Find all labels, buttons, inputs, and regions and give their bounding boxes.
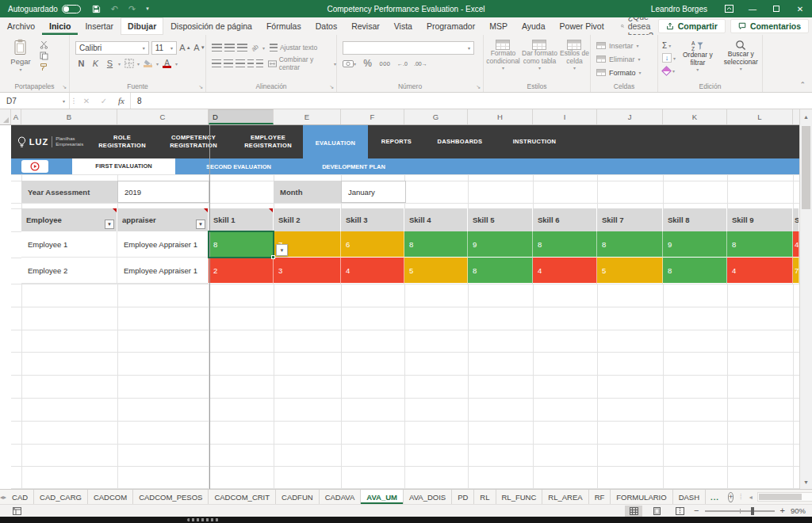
cancel-entry-icon[interactable]: ✕ xyxy=(78,93,95,109)
zoom-level[interactable]: 90% xyxy=(791,506,806,515)
scroll-down-icon[interactable]: ▼ xyxy=(800,475,812,489)
cell-skill-1-row-2[interactable]: 2 xyxy=(209,258,274,284)
column-header-i[interactable]: I xyxy=(533,109,597,124)
sheet-tab-cad[interactable]: CAD xyxy=(6,490,34,504)
tab-split-handle[interactable]: ⁞ xyxy=(737,493,744,501)
scroll-up-icon[interactable]: ▲ xyxy=(800,109,812,124)
formula-input[interactable]: 8 xyxy=(130,93,812,109)
menu-tab-power-pivot[interactable]: Power Pivot xyxy=(553,17,611,35)
cell-skill-4-row-1[interactable]: 8 xyxy=(404,231,468,258)
format-cells-button[interactable]: Formato ▾ xyxy=(596,67,657,78)
column-header-a[interactable]: A xyxy=(11,109,21,124)
decrease-decimal-button[interactable]: .00→ xyxy=(414,57,427,70)
italic-button[interactable]: K xyxy=(90,57,102,70)
sheet-tab-ava-dois[interactable]: AVA_DOIS xyxy=(404,490,452,504)
filter-dropdown-icon[interactable]: ▼ xyxy=(196,220,205,229)
menu-tab-vista[interactable]: Vista xyxy=(387,17,419,35)
hscroll-left-icon[interactable]: ◂ xyxy=(745,494,756,501)
cell-skill-2-row-2[interactable]: 3 xyxy=(274,258,341,284)
data-validation-dropdown-icon[interactable]: ▼ xyxy=(276,244,288,256)
menu-tab-ayuda[interactable]: Ayuda xyxy=(515,17,553,35)
cell-skill-9-row-1[interactable]: 8 xyxy=(727,231,793,258)
menu-tab-msp[interactable]: MSP xyxy=(482,17,515,35)
workbook-tab-instruction[interactable]: INSTRUCTION xyxy=(495,125,574,158)
user-name[interactable]: Leandro Borges xyxy=(651,5,707,13)
page-layout-view-button[interactable] xyxy=(648,506,665,517)
align-right-icon[interactable] xyxy=(236,59,245,67)
sheet-tab-rf[interactable]: RF xyxy=(589,490,611,504)
orientation-icon[interactable]: ab xyxy=(250,43,260,53)
wrap-text-button[interactable]: Ajustar texto xyxy=(270,44,317,52)
column-header-c[interactable]: C xyxy=(117,109,209,124)
cell-appraiser-2[interactable]: Employee Appraiser 1 xyxy=(117,258,209,284)
table-header-skill-9[interactable]: Skill 9 xyxy=(727,208,793,231)
alignment-dialog-launcher-icon[interactable]: ↘ xyxy=(329,84,334,90)
fill-button[interactable]: ↓▾ xyxy=(662,52,676,63)
sheet-tab-cadcom[interactable]: CADCOM xyxy=(88,490,133,504)
fill-caret-icon[interactable]: ▾ xyxy=(156,61,159,67)
ribbon-display-options-icon[interactable] xyxy=(717,0,741,17)
column-header-l[interactable]: L xyxy=(727,109,793,124)
undo-icon[interactable]: ↶ xyxy=(111,4,118,14)
menu-tab-datos[interactable]: Datos xyxy=(308,17,344,35)
decrease-indent-icon[interactable] xyxy=(247,59,254,67)
minimize-button[interactable]: — xyxy=(741,0,764,17)
autosave-toggle[interactable]: Autoguardado xyxy=(8,5,81,13)
zoom-out-icon[interactable]: − xyxy=(694,506,699,515)
sheet-tab-pd[interactable]: PD xyxy=(452,490,474,504)
cell-appraiser-1[interactable]: Employee Appraiser 1 xyxy=(117,231,209,258)
table-header-skill-1[interactable]: Skill 1 xyxy=(209,208,274,231)
clipboard-dialog-launcher-icon[interactable]: ↘ xyxy=(62,84,67,90)
sheet-tab-dash[interactable]: DASH xyxy=(673,490,706,504)
table-header-appraiser[interactable]: appraiser▼ xyxy=(117,208,209,231)
number-dialog-launcher-icon[interactable]: ↘ xyxy=(476,84,481,90)
maximize-button[interactable] xyxy=(764,0,788,17)
font-dialog-launcher-icon[interactable]: ↘ xyxy=(198,84,203,90)
workbook-tab-competency-registration[interactable]: COMPETENCY REGISTRATION xyxy=(154,125,233,158)
borders-button[interactable] xyxy=(123,57,135,70)
menu-tab-revisar[interactable]: Revisar xyxy=(344,17,387,35)
menu-tab-insertar[interactable]: Insertar xyxy=(78,17,121,35)
sheet-tab-rl-area[interactable]: RL_AREA xyxy=(542,490,588,504)
table-header-skill-3[interactable]: Skill 3 xyxy=(341,208,404,231)
page-break-view-button[interactable] xyxy=(671,506,688,517)
cell-skill-7-row-2[interactable]: 5 xyxy=(597,258,663,284)
cell-skill-8-row-2[interactable]: 8 xyxy=(663,258,727,284)
sheet-tab-cadcom-crit[interactable]: CADCOM_CRIT xyxy=(209,490,276,504)
fill-handle[interactable] xyxy=(271,255,275,259)
column-header-b[interactable]: B xyxy=(21,109,117,124)
menu-tab-dibujar[interactable]: Dibujar xyxy=(121,17,163,35)
increase-font-icon[interactable]: A▲ xyxy=(179,41,191,54)
sheet-tab-formulario[interactable]: FORMULARIO xyxy=(611,490,672,504)
orientation-caret-icon[interactable]: ▾ xyxy=(262,45,265,51)
menu-tab-archivo[interactable]: Archivo xyxy=(0,17,42,35)
horizontal-scrollbar[interactable] xyxy=(757,492,812,502)
column-header-j[interactable]: J xyxy=(597,109,663,124)
normal-view-button[interactable] xyxy=(625,506,642,517)
year-assessment-value[interactable]: 2019 xyxy=(117,181,209,203)
cell-skill-overflow-row-1[interactable]: 4 xyxy=(793,231,799,258)
sheet-tab-rl-func[interactable]: RL_FUNC xyxy=(496,490,543,504)
delete-cells-button[interactable]: Eliminar ▾ xyxy=(596,53,657,65)
align-left-icon[interactable] xyxy=(212,59,221,67)
number-format-select[interactable]: ▾ xyxy=(343,41,474,55)
increase-decimal-button[interactable]: ←.0 xyxy=(396,57,408,70)
sheet-tab-cadcom-pesos[interactable]: CADCOM_PESOS xyxy=(133,490,209,504)
comma-style-button[interactable]: 000 xyxy=(379,57,391,70)
cell-skill-5-row-1[interactable]: 9 xyxy=(468,231,533,258)
sheet-tab-cadfun[interactable]: CADFUN xyxy=(276,490,320,504)
sheet-tabs-more[interactable]: ... xyxy=(706,490,724,504)
close-button[interactable]: ✕ xyxy=(788,0,812,17)
autosave-switch[interactable] xyxy=(62,5,81,13)
fill-color-button[interactable] xyxy=(142,57,154,70)
borders-caret-icon[interactable]: ▾ xyxy=(137,61,140,67)
align-middle-icon[interactable] xyxy=(224,44,235,52)
zoom-slider-thumb[interactable] xyxy=(751,507,754,515)
cell-skill-8-row-1[interactable]: 9 xyxy=(663,231,727,258)
subtab-second-evaluation[interactable]: SECOND EVALUATION xyxy=(191,163,286,170)
cell-skill-7-row-1[interactable]: 8 xyxy=(597,231,663,258)
insert-cells-button[interactable]: Insertar ▾ xyxy=(596,40,657,52)
play-button[interactable] xyxy=(21,160,48,173)
confirm-entry-icon[interactable]: ✓ xyxy=(95,93,113,109)
macro-record-icon[interactable] xyxy=(13,507,21,515)
